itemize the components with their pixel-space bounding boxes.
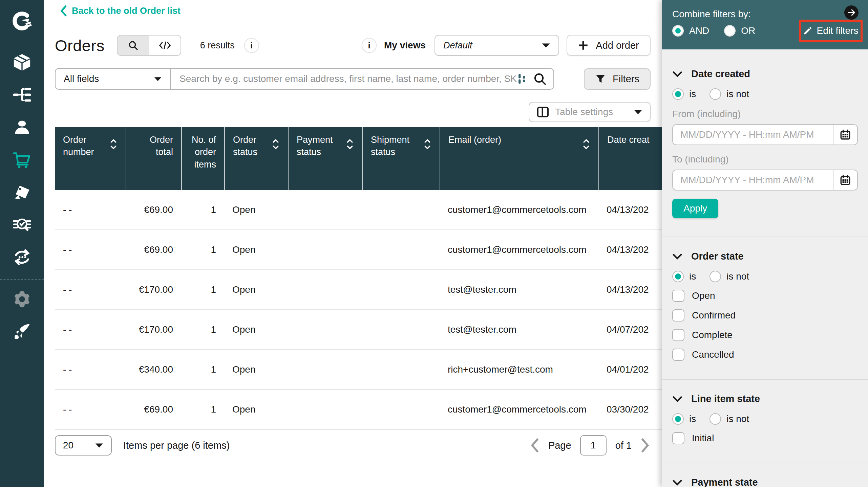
column-label: Shipment status [371, 134, 419, 158]
sidebar-item-settings[interactable] [0, 283, 44, 315]
page-number-input[interactable] [580, 435, 607, 456]
is-not-label: is not [726, 89, 749, 99]
chevron-left-icon [60, 5, 67, 17]
table-cell: Open [224, 390, 288, 429]
is-radio[interactable] [672, 271, 684, 282]
sidebar-item-product-selections[interactable] [0, 208, 44, 241]
is-not-option[interactable]: is not [710, 271, 749, 282]
table-row[interactable]: - -€340.001Openrich+customer@test.com04/… [55, 350, 662, 390]
sidebar-item-orders[interactable] [0, 143, 44, 176]
caret-down-icon [634, 109, 642, 115]
table-cell: €170.00 [126, 310, 181, 349]
table-settings-dropdown[interactable]: Table settings [529, 102, 651, 122]
checkbox[interactable] [672, 309, 684, 322]
or-radio[interactable] [724, 25, 736, 37]
pencil-icon [803, 26, 812, 35]
next-page-button[interactable] [640, 438, 651, 453]
my-views-info-icon[interactable]: i [362, 38, 377, 53]
sidebar-divider [0, 279, 44, 280]
column-label: Order total [134, 134, 173, 158]
is-option[interactable]: is [672, 88, 696, 100]
table-row[interactable]: - -€69.001Opencustomer1@commercetools.co… [55, 190, 662, 230]
magnifier-icon[interactable] [533, 72, 547, 86]
search-field-select[interactable]: All fields [56, 69, 171, 89]
checkbox[interactable] [672, 349, 684, 361]
search-input[interactable]: Search by e.g. customer email address, f… [171, 69, 553, 89]
table-cell: 1 [181, 390, 224, 429]
date-placeholder: MM/DD/YYYY - HH:mm AM/PM [673, 175, 833, 185]
chevron-down-icon [672, 71, 682, 78]
from-date-input[interactable]: MM/DD/YYYY - HH:mm AM/PM [672, 124, 858, 145]
combine-and-option[interactable]: AND [672, 25, 709, 37]
to-date-input[interactable]: MM/DD/YYYY - HH:mm AM/PM [672, 170, 858, 191]
is-not-option[interactable]: is not [710, 413, 749, 425]
search-mode-button[interactable] [118, 36, 149, 55]
section-toggle-date-created[interactable]: Date created [672, 68, 858, 80]
previous-page-button[interactable] [529, 438, 539, 453]
is-not-radio[interactable] [710, 88, 721, 100]
filter-option-confirmed[interactable]: Confirmed [672, 309, 858, 322]
is-option[interactable]: is [672, 413, 696, 425]
items-per-page-select[interactable]: 20 [55, 435, 112, 456]
table-row[interactable]: - -€69.001Opencustomer1@commercetools.co… [55, 390, 662, 430]
is-radio[interactable] [672, 88, 684, 100]
page-label: Page [548, 440, 571, 451]
filter-section-date-created: Date createdisis notFrom (including)MM/D… [672, 68, 858, 218]
column-header-order-total[interactable]: Order total [126, 127, 181, 190]
filter-option-complete[interactable]: Complete [672, 329, 858, 341]
section-toggle-order-state[interactable]: Order state [672, 251, 858, 262]
combine-or-option[interactable]: OR [724, 25, 755, 37]
view-select[interactable]: Default [435, 35, 559, 56]
collapse-panel-button[interactable] [844, 5, 859, 20]
is-option[interactable]: is [672, 271, 696, 282]
sidebar-item-operations[interactable] [0, 241, 44, 273]
calendar-button[interactable] [833, 170, 857, 190]
results-info-icon[interactable]: i [244, 38, 259, 53]
column-header-date-creat[interactable]: Date creat [598, 127, 662, 190]
checkbox[interactable] [672, 329, 684, 341]
filters-panel: Combine filters by: AND OR Edit filters … [662, 0, 868, 487]
add-order-button[interactable]: Add order [567, 35, 651, 56]
column-header-order-status[interactable]: Order status [224, 127, 288, 190]
checkbox[interactable] [672, 432, 684, 444]
table-row[interactable]: - -€170.001Opentest@tester.com04/07/202 [55, 310, 662, 350]
code-mode-button[interactable] [149, 36, 181, 55]
filter-option-initial[interactable]: Initial [672, 432, 858, 444]
filters-button[interactable]: Filters [584, 68, 651, 90]
and-radio[interactable] [672, 25, 684, 37]
column-header-payment-status[interactable]: Payment status [288, 127, 362, 190]
table-cell: 04/13/202 [598, 230, 662, 269]
column-header-no-of-order-items[interactable]: No. of order items [181, 127, 224, 190]
section-toggle-line-item-state[interactable]: Line item state [672, 393, 858, 404]
edit-filters-button[interactable]: Edit filters [799, 20, 863, 42]
filter-option-cancelled[interactable]: Cancelled [672, 349, 858, 361]
calendar-button[interactable] [833, 125, 857, 145]
arrow-right-icon [847, 8, 856, 17]
filter-option-open[interactable]: Open [672, 290, 858, 302]
sidebar-item-discounts[interactable] [0, 176, 44, 208]
is-not-option[interactable]: is not [710, 88, 749, 100]
is-radio[interactable] [672, 413, 684, 425]
is-not-radio[interactable] [710, 413, 721, 425]
table-cell [362, 190, 440, 229]
table-row[interactable]: - -€170.001Opentest@tester.com04/13/202 [55, 270, 662, 310]
sidebar-item-customers[interactable] [0, 111, 44, 143]
column-header-shipment-status[interactable]: Shipment status [362, 127, 440, 190]
results-count: 6 results [200, 40, 235, 51]
checkbox[interactable] [672, 290, 684, 302]
sidebar-item-whats-new[interactable] [0, 315, 44, 348]
column-header-order-number[interactable]: Order number [55, 127, 126, 190]
column-header-email-order[interactable]: Email (order) [440, 127, 598, 190]
back-to-old-order-list-link[interactable]: Back to the old Order list [60, 5, 181, 17]
table-cell [288, 310, 362, 349]
table-row[interactable]: - -€69.001Opencustomer1@commercetools.co… [55, 230, 662, 270]
apply-button[interactable]: Apply [672, 199, 718, 218]
commercetools-logo-icon[interactable] [0, 5, 44, 37]
sidebar-item-products[interactable] [0, 46, 44, 79]
section-divider [662, 463, 868, 463]
section-toggle-payment-state[interactable]: Payment state [672, 477, 858, 487]
is-not-label: is not [726, 414, 749, 424]
table-cell: Open [224, 230, 288, 269]
is-not-radio[interactable] [710, 271, 721, 282]
sidebar-item-categories[interactable] [0, 79, 44, 111]
